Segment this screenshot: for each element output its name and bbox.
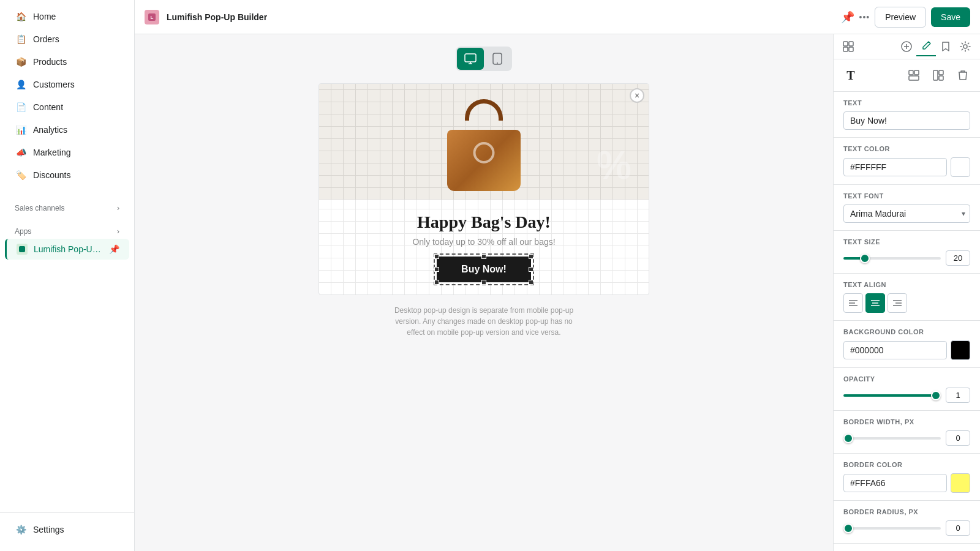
border-color-section: BORDER COLOR xyxy=(834,454,980,501)
popup-cta-button[interactable]: Buy Now! xyxy=(437,257,531,282)
text-font-select[interactable]: Arima Madurai Arial Georgia Helvetica Ti… xyxy=(843,204,970,223)
opacity-value[interactable] xyxy=(946,388,970,403)
opacity-section: OPACITY xyxy=(834,368,980,411)
border-radius-slider[interactable] xyxy=(843,527,941,530)
popup-content-section: Happy Bag's Day! Only today up to 30% of… xyxy=(319,200,649,294)
svg-rect-0 xyxy=(19,246,25,252)
font-select-wrapper: Arima Madurai Arial Georgia Helvetica Ti… xyxy=(843,204,970,223)
handle-tl xyxy=(434,254,439,259)
text-size-label: TEXT SIZE xyxy=(843,238,970,246)
bg-color-label: BACKGROUND COLOR xyxy=(843,328,970,335)
sidebar-item-settings[interactable]: ⚙️ Settings xyxy=(5,519,129,541)
text-tool-button[interactable]: T xyxy=(841,66,861,85)
sidebar-label-settings: Settings xyxy=(33,525,64,534)
topbar: L Lumifish Pop-Up Builder 📌 ••• Preview … xyxy=(135,0,980,34)
mobile-icon xyxy=(492,53,502,65)
desktop-view-button[interactable] xyxy=(457,48,484,70)
sidebar-item-home[interactable]: 🏠 Home xyxy=(5,6,129,28)
apps-label: Apps xyxy=(15,227,31,236)
device-switcher xyxy=(456,47,512,71)
bookmark-icon[interactable] xyxy=(936,37,956,56)
close-icon: × xyxy=(635,91,639,100)
border-color-swatch[interactable] xyxy=(951,473,970,493)
text-align-label: TEXT ALIGN xyxy=(843,281,970,288)
popup-subtext: Only today up to 30% off all our bags! xyxy=(337,237,630,247)
text-size-value[interactable] xyxy=(946,250,970,266)
sidebar-item-orders[interactable]: 📋 Orders xyxy=(5,28,129,50)
trash-icon xyxy=(958,70,968,81)
button-selection-container: Buy Now! xyxy=(437,257,531,282)
handle-bm xyxy=(481,280,486,285)
sidebar-item-content[interactable]: 📄 Content xyxy=(5,96,129,118)
sidebar-item-analytics[interactable]: 📊 Analytics xyxy=(5,119,129,141)
delete-tool-button[interactable] xyxy=(953,66,973,85)
desktop-icon xyxy=(464,53,477,65)
border-radius-slider-row xyxy=(843,520,970,536)
popup-button-wrapper: Buy Now! xyxy=(337,257,630,282)
bookmark-svg-icon xyxy=(940,41,951,52)
svg-rect-10 xyxy=(843,47,848,51)
grid-view-icon[interactable] xyxy=(839,37,858,56)
text-size-slider[interactable] xyxy=(843,257,941,260)
bg-color-swatch[interactable] xyxy=(951,340,970,360)
lumifish-app-label: Lumifish Pop-Up Bu... xyxy=(34,244,103,254)
text-color-section: TEXT COLOR xyxy=(834,138,980,185)
home-icon: 🏠 xyxy=(15,10,27,23)
save-button[interactable]: Save xyxy=(931,7,970,27)
text-color-swatch[interactable] xyxy=(951,157,970,177)
mobile-view-button[interactable] xyxy=(484,48,511,70)
svg-rect-20 xyxy=(939,70,943,75)
svg-rect-17 xyxy=(914,70,919,75)
percent-decoration: % xyxy=(597,146,631,185)
text-color-label: TEXT COLOR xyxy=(843,145,970,152)
sidebar-item-marketing[interactable]: 📣 Marketing xyxy=(5,141,129,163)
opacity-label: OPACITY xyxy=(843,375,970,383)
editor-area: % Happy Bag's Day! Only today up to 30% … xyxy=(135,34,980,551)
border-radius-value[interactable] xyxy=(946,520,970,536)
sales-channels-label: Sales channels xyxy=(15,204,64,212)
settings-icon: ⚙️ xyxy=(15,523,27,536)
opacity-slider[interactable] xyxy=(843,394,941,397)
sidebar-item-discounts[interactable]: 🏷️ Discounts xyxy=(5,164,129,186)
popup-card: % Happy Bag's Day! Only today up to 30% … xyxy=(318,83,649,295)
topbar-more-icon[interactable]: ••• xyxy=(859,12,870,22)
bg-color-row xyxy=(843,340,970,360)
text-color-input[interactable] xyxy=(843,158,947,176)
border-color-input[interactable] xyxy=(843,474,947,492)
popup-close-button[interactable]: × xyxy=(630,88,644,103)
border-width-slider-row xyxy=(843,430,970,446)
text-label: TEXT xyxy=(843,99,970,107)
app-icon: L xyxy=(145,10,159,24)
bg-color-input[interactable] xyxy=(843,341,947,359)
svg-rect-18 xyxy=(909,76,919,80)
sidebar-item-customers[interactable]: 👤 Customers xyxy=(5,73,129,96)
align-left-button[interactable] xyxy=(843,293,863,313)
text-font-section: TEXT FONT Arima Madurai Arial Georgia He… xyxy=(834,185,980,231)
align-center-button[interactable] xyxy=(865,293,885,313)
panel-settings-icon[interactable] xyxy=(956,37,975,56)
discounts-icon: 🏷️ xyxy=(15,169,27,181)
products-icon: 📦 xyxy=(15,56,27,68)
text-input[interactable] xyxy=(843,111,970,130)
preview-button[interactable]: Preview xyxy=(875,7,926,28)
sales-channels-header[interactable]: Sales channels › xyxy=(5,199,129,215)
svg-rect-16 xyxy=(909,70,913,75)
topbar-pin-icon[interactable]: 📌 xyxy=(841,10,854,24)
sidebar: 🏠 Home 📋 Orders 📦 Products 👤 Customers 📄… xyxy=(0,0,135,551)
add-element-icon[interactable] xyxy=(897,37,916,56)
text-font-label: TEXT FONT xyxy=(843,192,970,200)
svg-rect-3 xyxy=(465,54,476,62)
svg-point-7 xyxy=(497,62,498,64)
app-logo-icon: L xyxy=(148,13,156,21)
border-width-slider[interactable] xyxy=(843,437,941,440)
align-right-button[interactable] xyxy=(888,293,907,313)
border-width-value[interactable] xyxy=(946,430,970,446)
sidebar-item-lumifish[interactable]: Lumifish Pop-Up Bu... 📌 xyxy=(5,239,129,260)
handle-mr xyxy=(529,267,533,272)
edit-element-icon[interactable] xyxy=(916,37,936,56)
apps-header[interactable]: Apps › xyxy=(5,222,129,238)
topbar-title: Lumifish Pop-Up Builder xyxy=(167,12,834,22)
layout2-tool-button[interactable] xyxy=(929,66,948,85)
sidebar-item-products[interactable]: 📦 Products xyxy=(5,51,129,73)
layout1-tool-button[interactable] xyxy=(904,66,924,85)
